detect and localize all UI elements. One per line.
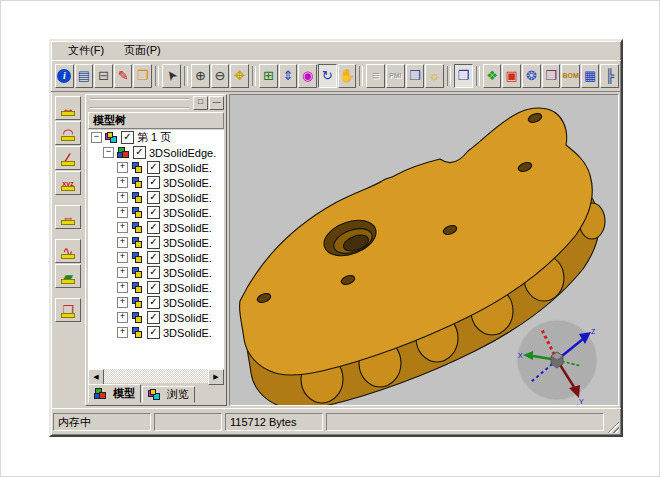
tree-item-label[interactable]: 3DSolidE. bbox=[163, 267, 212, 279]
linear-dimension-button[interactable]: ↔ bbox=[55, 96, 81, 120]
tree-row[interactable]: +✓3DSolidE. bbox=[88, 310, 224, 325]
tree-item-label[interactable]: 3DSolidE. bbox=[163, 282, 212, 294]
coordinate-xyz-button[interactable]: xyz bbox=[55, 171, 81, 195]
tree-row[interactable]: +✓3DSolidE. bbox=[88, 325, 224, 340]
tree-item-label[interactable]: 3DSolidE. bbox=[163, 327, 212, 339]
panel-float-button[interactable]: □ bbox=[193, 96, 208, 110]
tab-model[interactable]: 模型 bbox=[88, 384, 141, 403]
expand-icon[interactable]: + bbox=[117, 192, 128, 203]
zoom-window-button[interactable]: ⊞ bbox=[259, 64, 278, 88]
visibility-checkbox[interactable]: ✓ bbox=[147, 251, 160, 264]
tree-item-label[interactable]: 3DSolidE. bbox=[163, 192, 212, 204]
visibility-checkbox[interactable]: ✓ bbox=[147, 296, 160, 309]
tree-row[interactable]: −✓3DSolidEdge. bbox=[88, 145, 224, 160]
expand-icon[interactable]: + bbox=[117, 177, 128, 188]
pmi-button[interactable]: PMI bbox=[386, 64, 405, 88]
panel-hide-button[interactable]: — bbox=[209, 96, 224, 110]
visibility-checkbox[interactable]: ✓ bbox=[147, 221, 160, 234]
refresh-button[interactable]: ↻ bbox=[318, 64, 337, 88]
tree-horizontal-scrollbar[interactable]: ◀ ▶ bbox=[88, 369, 224, 383]
curve-length-button[interactable]: ∿ bbox=[55, 239, 81, 263]
orientation-gizmo[interactable]: X Z Y bbox=[517, 320, 597, 405]
visibility-checkbox[interactable]: ✓ bbox=[147, 266, 160, 279]
tree-item-label[interactable]: 3DSolidEdge. bbox=[149, 147, 216, 159]
view-window-button[interactable]: ❐ bbox=[454, 64, 473, 88]
collapse-icon[interactable]: − bbox=[91, 132, 102, 143]
annotate-pen-button[interactable]: ✎ bbox=[114, 64, 133, 88]
visibility-checkbox[interactable]: ✓ bbox=[147, 236, 160, 249]
print-preview-button[interactable]: ▤ bbox=[75, 64, 94, 88]
display-cube-button[interactable]: ❒ bbox=[406, 64, 425, 88]
tree-row[interactable]: −✓第 1 页 bbox=[88, 130, 224, 145]
zoom-dynamic-button[interactable]: ⇕ bbox=[279, 64, 298, 88]
bom-button[interactable]: BOM bbox=[561, 64, 580, 88]
zoom-in-button[interactable]: ⊕ bbox=[191, 64, 210, 88]
visibility-checkbox[interactable]: ✓ bbox=[147, 176, 160, 189]
report-table-button[interactable]: ▦ bbox=[581, 64, 600, 88]
tree-item-label[interactable]: 3DSolidE. bbox=[163, 297, 212, 309]
volume-measure-button[interactable]: ❒ bbox=[55, 298, 81, 322]
tree-row[interactable]: +✓3DSolidE. bbox=[88, 280, 224, 295]
distance-measure-button[interactable]: ⇔ bbox=[55, 205, 81, 229]
tree-row[interactable]: +✓3DSolidE. bbox=[88, 160, 224, 175]
tree-row[interactable]: +✓3DSolidE. bbox=[88, 295, 224, 310]
tree-item-label[interactable]: 3DSolidE. bbox=[163, 252, 212, 264]
menu-item-2[interactable]: 页面(P) bbox=[115, 41, 170, 60]
tree-row[interactable]: +✓3DSolidE. bbox=[88, 265, 224, 280]
visibility-checkbox[interactable]: ✓ bbox=[147, 311, 160, 324]
part-view-button[interactable]: ▣ bbox=[502, 64, 521, 88]
tree-row[interactable]: +✓3DSolidE. bbox=[88, 205, 224, 220]
export-button[interactable]: ❐ bbox=[133, 64, 152, 88]
viewport-canvas[interactable]: X Z Y bbox=[230, 95, 618, 405]
tree-item-label[interactable]: 3DSolidE. bbox=[163, 207, 212, 219]
tab-browse[interactable]: 浏览 bbox=[142, 386, 195, 403]
expand-icon[interactable]: + bbox=[117, 207, 128, 218]
tree-item-label[interactable]: 3DSolidE. bbox=[163, 312, 212, 324]
model-tree[interactable]: −✓第 1 页−✓3DSolidEdge.+✓3DSolidE.+✓3DSoli… bbox=[88, 130, 224, 369]
animation-button[interactable]: ❂ bbox=[522, 64, 541, 88]
tree-item-label[interactable]: 第 1 页 bbox=[137, 130, 171, 145]
pan-hand-button[interactable]: ✋ bbox=[338, 64, 357, 88]
layers-button[interactable]: ≡ bbox=[366, 64, 385, 88]
select-cursor-button[interactable]: ➤ bbox=[162, 64, 181, 88]
expand-icon[interactable]: + bbox=[117, 267, 128, 278]
visibility-checkbox[interactable]: ✓ bbox=[147, 326, 160, 339]
area-measure-button[interactable]: ▰ bbox=[55, 264, 81, 288]
tree-row[interactable]: +✓3DSolidE. bbox=[88, 190, 224, 205]
expand-icon[interactable]: + bbox=[117, 297, 128, 308]
tree-row[interactable]: +✓3DSolidE. bbox=[88, 250, 224, 265]
visibility-checkbox[interactable]: ✓ bbox=[133, 146, 146, 159]
visibility-checkbox[interactable]: ✓ bbox=[147, 206, 160, 219]
expand-icon[interactable]: + bbox=[117, 252, 128, 263]
visibility-checkbox[interactable]: ✓ bbox=[121, 131, 134, 144]
info-button[interactable]: i bbox=[55, 64, 74, 88]
model-tree-button[interactable]: ╠ bbox=[600, 64, 619, 88]
collapse-icon[interactable]: − bbox=[103, 147, 114, 158]
angle-dimension-button[interactable]: ∠ bbox=[55, 146, 81, 170]
zoom-out-button[interactable]: ⊖ bbox=[211, 64, 230, 88]
tree-row[interactable]: +✓3DSolidE. bbox=[88, 220, 224, 235]
tree-row[interactable]: +✓3DSolidE. bbox=[88, 175, 224, 190]
resize-grip[interactable] bbox=[607, 421, 619, 433]
menu-item-1[interactable]: 文件(F) bbox=[59, 41, 113, 60]
tree-row[interactable]: +✓3DSolidE. bbox=[88, 235, 224, 250]
visibility-checkbox[interactable]: ✓ bbox=[147, 161, 160, 174]
expand-icon[interactable]: + bbox=[117, 162, 128, 173]
visibility-checkbox[interactable]: ✓ bbox=[147, 191, 160, 204]
tree-item-label[interactable]: 3DSolidE. bbox=[163, 237, 212, 249]
light-button[interactable]: ☼ bbox=[425, 64, 444, 88]
visibility-checkbox[interactable]: ✓ bbox=[147, 281, 160, 294]
expand-icon[interactable]: + bbox=[117, 282, 128, 293]
print-button[interactable]: ⊟ bbox=[94, 64, 113, 88]
solid-cube-button[interactable]: ❒ bbox=[542, 64, 561, 88]
tree-item-label[interactable]: 3DSolidE. bbox=[163, 222, 212, 234]
expand-icon[interactable]: + bbox=[117, 237, 128, 248]
pan-arrows-button[interactable]: ✥ bbox=[230, 64, 249, 88]
tree-item-label[interactable]: 3DSolidE. bbox=[163, 162, 212, 174]
expand-icon[interactable]: + bbox=[117, 312, 128, 323]
expand-icon[interactable]: + bbox=[117, 222, 128, 233]
panel-drag-grip[interactable] bbox=[90, 98, 189, 109]
scrollbar-track[interactable] bbox=[104, 369, 208, 383]
expand-icon[interactable]: + bbox=[117, 327, 128, 338]
tree-item-label[interactable]: 3DSolidE. bbox=[163, 177, 212, 189]
